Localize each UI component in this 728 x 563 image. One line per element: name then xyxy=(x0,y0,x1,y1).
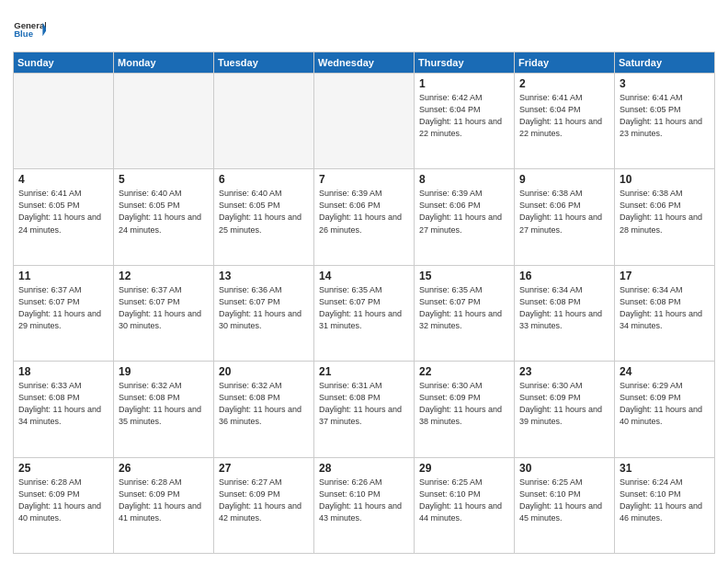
header-wednesday: Wednesday xyxy=(314,52,415,74)
calendar-cell-2-6: 17 Sunrise: 6:34 AMSunset: 6:08 PMDaylig… xyxy=(615,265,715,361)
day-number: 28 xyxy=(319,462,409,475)
calendar-cell-1-5: 9 Sunrise: 6:38 AMSunset: 6:06 PMDayligh… xyxy=(515,169,615,265)
day-info: Sunrise: 6:40 AMSunset: 6:05 PMDaylight:… xyxy=(119,189,201,234)
calendar-cell-4-6: 31 Sunrise: 6:24 AMSunset: 6:10 PMDaylig… xyxy=(615,457,715,553)
calendar-cell-0-5: 2 Sunrise: 6:41 AMSunset: 6:04 PMDayligh… xyxy=(515,74,615,169)
calendar-cell-1-4: 8 Sunrise: 6:39 AMSunset: 6:06 PMDayligh… xyxy=(415,169,515,265)
day-number: 29 xyxy=(419,462,509,475)
logo: General Blue xyxy=(13,13,46,46)
calendar-cell-2-5: 16 Sunrise: 6:34 AMSunset: 6:08 PMDaylig… xyxy=(515,265,615,361)
day-number: 30 xyxy=(519,462,609,475)
calendar-cell-3-6: 24 Sunrise: 6:29 AMSunset: 6:09 PMDaylig… xyxy=(615,362,715,457)
day-number: 22 xyxy=(419,365,509,378)
day-number: 12 xyxy=(119,270,209,282)
calendar-cell-0-6: 3 Sunrise: 6:41 AMSunset: 6:05 PMDayligh… xyxy=(615,74,715,169)
calendar-cell-4-5: 30 Sunrise: 6:25 AMSunset: 6:10 PMDaylig… xyxy=(515,457,615,553)
calendar-cell-3-3: 21 Sunrise: 6:31 AMSunset: 6:08 PMDaylig… xyxy=(314,362,415,457)
calendar-cell-2-4: 15 Sunrise: 6:35 AMSunset: 6:07 PMDaylig… xyxy=(415,265,515,361)
day-number: 13 xyxy=(219,270,309,282)
day-info: Sunrise: 6:35 AMSunset: 6:07 PMDaylight:… xyxy=(419,285,502,330)
calendar-cell-1-1: 5 Sunrise: 6:40 AMSunset: 6:05 PMDayligh… xyxy=(114,169,214,265)
calendar-header-row: SundayMondayTuesdayWednesdayThursdayFrid… xyxy=(14,52,715,74)
calendar-cell-1-2: 6 Sunrise: 6:40 AMSunset: 6:05 PMDayligh… xyxy=(214,169,314,265)
day-info: Sunrise: 6:28 AMSunset: 6:09 PMDaylight:… xyxy=(119,477,201,523)
calendar-cell-2-0: 11 Sunrise: 6:37 AMSunset: 6:07 PMDaylig… xyxy=(14,265,114,361)
day-info: Sunrise: 6:29 AMSunset: 6:09 PMDaylight:… xyxy=(620,381,702,426)
day-number: 31 xyxy=(620,462,710,475)
week-row-3: 11 Sunrise: 6:37 AMSunset: 6:07 PMDaylig… xyxy=(14,265,715,361)
week-row-2: 4 Sunrise: 6:41 AMSunset: 6:05 PMDayligh… xyxy=(14,169,715,265)
day-number: 14 xyxy=(319,270,409,282)
day-info: Sunrise: 6:24 AMSunset: 6:10 PMDaylight:… xyxy=(620,477,702,523)
svg-text:Blue: Blue xyxy=(14,29,33,39)
calendar-cell-0-1 xyxy=(114,74,214,169)
day-number: 8 xyxy=(419,173,509,186)
day-info: Sunrise: 6:34 AMSunset: 6:08 PMDaylight:… xyxy=(519,285,602,330)
day-info: Sunrise: 6:38 AMSunset: 6:06 PMDaylight:… xyxy=(519,189,602,234)
calendar-cell-4-3: 28 Sunrise: 6:26 AMSunset: 6:10 PMDaylig… xyxy=(314,457,415,553)
day-info: Sunrise: 6:30 AMSunset: 6:09 PMDaylight:… xyxy=(519,381,602,426)
header-monday: Monday xyxy=(114,52,214,74)
day-number: 10 xyxy=(620,173,710,186)
day-info: Sunrise: 6:41 AMSunset: 6:04 PMDaylight:… xyxy=(519,93,602,138)
day-number: 21 xyxy=(319,365,409,378)
calendar-cell-0-2 xyxy=(214,74,314,169)
day-number: 1 xyxy=(419,77,509,90)
day-number: 26 xyxy=(119,462,209,475)
calendar-cell-3-2: 20 Sunrise: 6:32 AMSunset: 6:08 PMDaylig… xyxy=(214,362,314,457)
day-info: Sunrise: 6:37 AMSunset: 6:07 PMDaylight:… xyxy=(18,285,101,330)
logo-svg: General Blue xyxy=(13,13,46,46)
day-number: 23 xyxy=(519,365,609,378)
calendar-cell-1-6: 10 Sunrise: 6:38 AMSunset: 6:06 PMDaylig… xyxy=(615,169,715,265)
calendar-cell-3-5: 23 Sunrise: 6:30 AMSunset: 6:09 PMDaylig… xyxy=(515,362,615,457)
day-number: 9 xyxy=(519,173,609,186)
week-row-4: 18 Sunrise: 6:33 AMSunset: 6:08 PMDaylig… xyxy=(14,362,715,457)
day-number: 25 xyxy=(18,462,108,475)
week-row-5: 25 Sunrise: 6:28 AMSunset: 6:09 PMDaylig… xyxy=(14,457,715,553)
calendar-cell-0-0 xyxy=(14,74,114,169)
week-row-1: 1 Sunrise: 6:42 AMSunset: 6:04 PMDayligh… xyxy=(14,74,715,169)
calendar-cell-3-0: 18 Sunrise: 6:33 AMSunset: 6:08 PMDaylig… xyxy=(14,362,114,457)
day-info: Sunrise: 6:32 AMSunset: 6:08 PMDaylight:… xyxy=(219,381,301,426)
day-number: 3 xyxy=(620,77,710,90)
day-info: Sunrise: 6:31 AMSunset: 6:08 PMDaylight:… xyxy=(319,381,402,426)
day-info: Sunrise: 6:25 AMSunset: 6:10 PMDaylight:… xyxy=(419,477,502,523)
calendar-cell-0-3 xyxy=(314,74,415,169)
day-info: Sunrise: 6:42 AMSunset: 6:04 PMDaylight:… xyxy=(419,93,502,138)
calendar-cell-3-4: 22 Sunrise: 6:30 AMSunset: 6:09 PMDaylig… xyxy=(415,362,515,457)
calendar-cell-2-1: 12 Sunrise: 6:37 AMSunset: 6:07 PMDaylig… xyxy=(114,265,214,361)
day-info: Sunrise: 6:36 AMSunset: 6:07 PMDaylight:… xyxy=(219,285,301,330)
day-info: Sunrise: 6:28 AMSunset: 6:09 PMDaylight:… xyxy=(18,477,101,523)
header-sunday: Sunday xyxy=(14,52,114,74)
header: General Blue xyxy=(13,9,715,46)
day-number: 11 xyxy=(18,270,108,282)
calendar-cell-2-2: 13 Sunrise: 6:36 AMSunset: 6:07 PMDaylig… xyxy=(214,265,314,361)
day-number: 17 xyxy=(620,270,710,282)
calendar-cell-2-3: 14 Sunrise: 6:35 AMSunset: 6:07 PMDaylig… xyxy=(314,265,415,361)
day-info: Sunrise: 6:26 AMSunset: 6:10 PMDaylight:… xyxy=(319,477,402,523)
calendar-cell-1-3: 7 Sunrise: 6:39 AMSunset: 6:06 PMDayligh… xyxy=(314,169,415,265)
day-info: Sunrise: 6:25 AMSunset: 6:10 PMDaylight:… xyxy=(519,477,602,523)
day-info: Sunrise: 6:35 AMSunset: 6:07 PMDaylight:… xyxy=(319,285,402,330)
calendar-cell-0-4: 1 Sunrise: 6:42 AMSunset: 6:04 PMDayligh… xyxy=(415,74,515,169)
calendar-cell-3-1: 19 Sunrise: 6:32 AMSunset: 6:08 PMDaylig… xyxy=(114,362,214,457)
page: General Blue SundayMondayTuesdayWednesda… xyxy=(0,0,728,563)
day-number: 5 xyxy=(119,173,209,186)
day-number: 15 xyxy=(419,270,509,282)
day-info: Sunrise: 6:33 AMSunset: 6:08 PMDaylight:… xyxy=(18,381,101,426)
day-number: 20 xyxy=(219,365,309,378)
header-friday: Friday xyxy=(515,52,615,74)
header-saturday: Saturday xyxy=(615,52,715,74)
day-info: Sunrise: 6:39 AMSunset: 6:06 PMDaylight:… xyxy=(419,189,502,234)
day-info: Sunrise: 6:34 AMSunset: 6:08 PMDaylight:… xyxy=(620,285,702,330)
calendar-cell-1-0: 4 Sunrise: 6:41 AMSunset: 6:05 PMDayligh… xyxy=(14,169,114,265)
day-info: Sunrise: 6:37 AMSunset: 6:07 PMDaylight:… xyxy=(119,285,201,330)
day-number: 6 xyxy=(219,173,309,186)
day-info: Sunrise: 6:39 AMSunset: 6:06 PMDaylight:… xyxy=(319,189,402,234)
header-thursday: Thursday xyxy=(415,52,515,74)
calendar-cell-4-1: 26 Sunrise: 6:28 AMSunset: 6:09 PMDaylig… xyxy=(114,457,214,553)
day-info: Sunrise: 6:41 AMSunset: 6:05 PMDaylight:… xyxy=(620,93,702,138)
day-info: Sunrise: 6:41 AMSunset: 6:05 PMDaylight:… xyxy=(18,189,101,234)
day-info: Sunrise: 6:40 AMSunset: 6:05 PMDaylight:… xyxy=(219,189,301,234)
day-number: 16 xyxy=(519,270,609,282)
